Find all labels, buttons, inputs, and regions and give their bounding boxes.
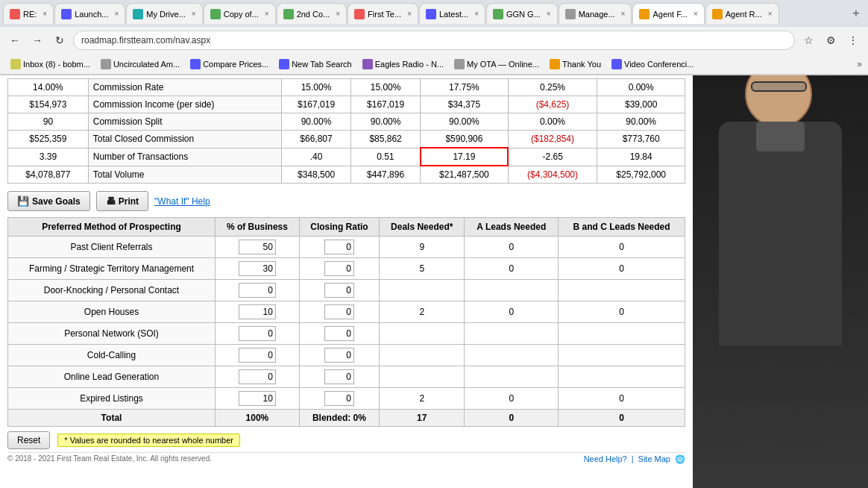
- tab-close-button[interactable]: ×: [192, 10, 196, 18]
- tab-tab6[interactable]: First Te...×: [347, 3, 418, 24]
- commission-label-cell: Commission Rate: [88, 79, 281, 96]
- prospect-method: Expired Listings: [8, 388, 216, 410]
- commission-value-cell: $773,760: [597, 131, 685, 148]
- tab-tab4[interactable]: Copy of...×: [204, 3, 276, 24]
- ratio-input[interactable]: [324, 348, 354, 363]
- commission-value-cell: 0.00%: [508, 113, 597, 131]
- tab-tab1[interactable]: RE:×: [3, 3, 54, 24]
- bookmark-item[interactable]: New Tab Search: [274, 57, 356, 71]
- tab-tab8[interactable]: GGN G...×: [486, 3, 558, 24]
- tab-close-button[interactable]: ×: [621, 10, 626, 18]
- tab-icon: [210, 9, 221, 19]
- bookmark-item[interactable]: Thank You: [545, 57, 606, 71]
- tab-tab11[interactable]: Agent R...×: [705, 3, 779, 24]
- pct-input[interactable]: [239, 304, 276, 319]
- ratio-input[interactable]: [324, 369, 354, 384]
- prospect-row: Farming / Strategic Territory Management…: [8, 258, 685, 280]
- total-a-leads: 0: [465, 410, 559, 427]
- commission-row: 90Commission Split90.00%90.00%90.00%0.00…: [8, 113, 685, 131]
- tab-icon: [712, 9, 723, 19]
- commission-value-cell: $167,019: [282, 96, 351, 113]
- pct-input[interactable]: [239, 391, 276, 406]
- commission-value-cell: 90.00%: [351, 113, 421, 131]
- tab-close-button[interactable]: ×: [407, 10, 412, 18]
- prospect-row: Online Lead Generation: [8, 366, 685, 388]
- tab-label: Copy of...: [224, 10, 259, 19]
- help-link[interactable]: Need Help?: [584, 454, 627, 464]
- pct-input[interactable]: [239, 326, 276, 341]
- address-bar[interactable]: roadmap.firstteam.com/nav.aspx: [73, 31, 795, 50]
- ratio-input[interactable]: [324, 240, 354, 254]
- pct-input[interactable]: [239, 348, 276, 363]
- commission-value-cell: $25,792,000: [597, 166, 685, 184]
- save-goals-button[interactable]: 💾 Save Goals: [7, 191, 90, 211]
- ratio-input[interactable]: [324, 304, 354, 319]
- commission-value-cell: $39,000: [597, 96, 685, 113]
- prospect-row: Expired Listings200: [8, 388, 685, 410]
- bookmarks-bar: Inbox (8) - bobm...Uncirculated Am...Com…: [0, 54, 868, 75]
- tab-tab9[interactable]: Manage...×: [559, 3, 632, 24]
- forward-button[interactable]: →: [28, 31, 46, 49]
- tab-tab3[interactable]: My Drive...×: [126, 3, 202, 24]
- menu-button[interactable]: ⋮: [844, 31, 862, 49]
- pct-input[interactable]: [239, 369, 276, 384]
- tab-tab7[interactable]: Latest...×: [419, 3, 485, 24]
- tab-close-button[interactable]: ×: [265, 10, 269, 18]
- extensions-button[interactable]: ⚙: [822, 31, 840, 49]
- print-button[interactable]: 🖶 Print: [96, 191, 148, 211]
- tab-tab10[interactable]: Agent F...×: [632, 3, 704, 24]
- tab-close-button[interactable]: ×: [474, 10, 479, 18]
- tab-label: First Te...: [368, 10, 401, 19]
- tab-close-button[interactable]: ×: [547, 10, 551, 18]
- prospect-row: Door-Knocking / Personal Contact: [8, 280, 685, 301]
- bookmark-item[interactable]: Inbox (8) - bobm...: [6, 57, 95, 71]
- reset-label: Reset: [17, 435, 40, 445]
- bookmark-item[interactable]: My OTA — Online...: [450, 57, 544, 71]
- prospect-header: % of Business: [216, 218, 300, 237]
- copyright-text: © 2018 - 2021 First Team Real Estate, In…: [7, 454, 212, 463]
- more-bookmarks[interactable]: »: [857, 59, 862, 69]
- bookmark-item[interactable]: Video Conferenci...: [607, 57, 698, 71]
- prospect-row: Open Houses200: [8, 301, 685, 323]
- bc-leads-needed: [559, 323, 685, 345]
- tab-close-button[interactable]: ×: [336, 10, 340, 18]
- tab-close-button[interactable]: ×: [694, 10, 698, 18]
- bookmark-icon: [454, 59, 465, 69]
- tab-tab5[interactable]: 2nd Co...×: [277, 3, 347, 24]
- bc-leads-needed: [559, 345, 685, 366]
- tab-icon: [283, 9, 294, 19]
- a-leads-needed: [465, 345, 559, 366]
- refresh-button[interactable]: ↻: [51, 31, 69, 49]
- pct-input[interactable]: [239, 240, 276, 254]
- tab-label: 2nd Co...: [297, 10, 330, 19]
- commission-value-cell: 0.51: [351, 148, 421, 166]
- commission-value-cell: 0.00%: [597, 79, 685, 96]
- sitemap-link[interactable]: Site Map: [638, 454, 670, 464]
- back-button[interactable]: ←: [6, 31, 24, 49]
- what-if-help-link[interactable]: "What If" Help: [154, 196, 210, 207]
- bookmark-item[interactable]: Eagles Radio - N...: [358, 57, 448, 71]
- pct-input[interactable]: [239, 283, 276, 298]
- bookmark-star[interactable]: ☆: [799, 31, 817, 49]
- ratio-input[interactable]: [324, 283, 354, 298]
- reset-button[interactable]: Reset: [7, 431, 50, 449]
- new-tab-button[interactable]: +: [847, 4, 865, 22]
- bookmark-item[interactable]: Uncirculated Am...: [96, 57, 184, 71]
- total-bc-leads: 0: [559, 410, 685, 427]
- tab-close-button[interactable]: ×: [43, 10, 47, 18]
- tab-close-button[interactable]: ×: [114, 10, 119, 18]
- sitemap-icon: 🌐: [675, 454, 685, 464]
- deals-needed: [380, 280, 465, 301]
- ratio-input[interactable]: [324, 326, 354, 341]
- commission-row: $525,359Total Closed Commission$66,807$8…: [8, 131, 685, 148]
- ratio-input[interactable]: [324, 391, 354, 406]
- bookmark-item[interactable]: Compare Prices...: [186, 57, 273, 71]
- a-leads-needed: 0: [465, 258, 559, 280]
- commission-value-cell: .40: [282, 148, 351, 166]
- pct-input[interactable]: [239, 261, 276, 276]
- tab-close-button[interactable]: ×: [768, 10, 773, 18]
- ratio-input[interactable]: [324, 261, 354, 276]
- commission-row: 3.39Number of Transactions.400.5117.19-2…: [8, 148, 685, 166]
- tab-tab2[interactable]: Launch...×: [54, 3, 125, 24]
- commission-value-cell: $66,807: [282, 131, 351, 148]
